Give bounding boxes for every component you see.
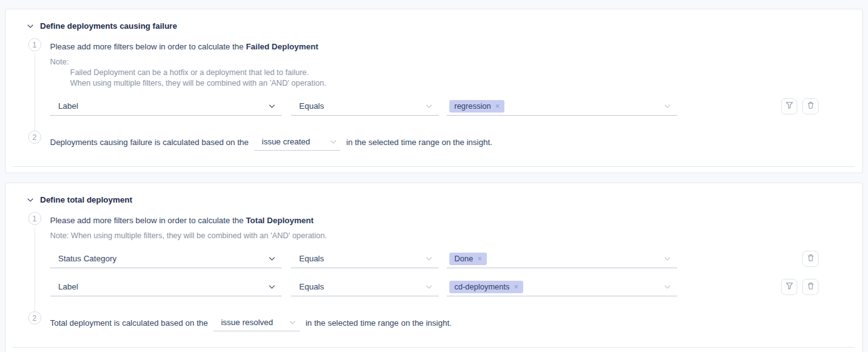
- value-chip: regression ×: [449, 100, 504, 113]
- step-connector-line: [34, 228, 35, 311]
- panel-title: Define total deployment: [40, 195, 132, 204]
- panel-title: Define deployments causing failure: [40, 21, 177, 31]
- note-line: Note: When using multiple filters, they …: [50, 231, 840, 241]
- event-type-select-value: issue created: [262, 137, 310, 146]
- filter-options-button[interactable]: [781, 279, 797, 295]
- event-type-select[interactable]: issue resolved: [213, 318, 300, 331]
- step-1: 1 Please add more filters below in order…: [28, 38, 840, 131]
- value-chip: cd-deployments ×: [449, 281, 523, 293]
- event-type-select-value: issue resolved: [221, 318, 273, 327]
- total-deployment-panel: Define total deployment 1 Please add mor…: [5, 183, 863, 352]
- chevron-down-icon: [268, 256, 275, 261]
- calculation-sentence: Deployments causing failure is calculate…: [50, 131, 840, 147]
- chevron-down-icon: [268, 104, 275, 109]
- delete-filter-button[interactable]: [802, 98, 819, 114]
- filter-row: Label Equals: [50, 278, 819, 296]
- operator-select[interactable]: Equals: [291, 249, 439, 268]
- step-instruction: Please add more filters below in order t…: [50, 38, 840, 53]
- values-select[interactable]: regression ×: [447, 97, 677, 116]
- chevron-down-icon: [268, 284, 275, 289]
- note-line: Failed Deployment can be a hotfix or a d…: [50, 68, 840, 78]
- step-number-badge: 1: [28, 38, 41, 51]
- value-chip-label: regression: [454, 102, 491, 111]
- value-chip-label: cd-deployments: [454, 283, 509, 291]
- filter-row: Label Equals: [50, 97, 819, 116]
- value-chip-label: Done: [454, 254, 473, 263]
- remove-value-icon[interactable]: ×: [514, 283, 518, 291]
- panel-header: Define total deployment: [6, 183, 862, 204]
- values-select[interactable]: cd-deployments ×: [447, 278, 677, 296]
- calculation-sentence: Total deployment is calculated based on …: [50, 311, 840, 328]
- filter-options-button[interactable]: [781, 98, 797, 114]
- delete-filter-button[interactable]: [802, 279, 819, 295]
- chevron-down-icon: [426, 284, 432, 289]
- remove-value-icon[interactable]: ×: [495, 102, 499, 111]
- panel-header: Define deployments causing failure: [6, 9, 862, 31]
- chevron-down-icon: [664, 256, 671, 261]
- step-1: 1 Please add more filters below in order…: [28, 212, 840, 311]
- operator-select-value: Equals: [299, 101, 324, 111]
- value-chip: Done ×: [449, 253, 487, 265]
- operator-select[interactable]: Equals: [291, 278, 439, 296]
- chevron-down-icon: [289, 320, 296, 325]
- event-type-select[interactable]: issue created: [254, 137, 340, 151]
- remove-value-icon[interactable]: ×: [477, 254, 482, 263]
- chevron-down-icon: [426, 104, 432, 109]
- field-select[interactable]: Label: [50, 97, 282, 116]
- chevron-down-icon: [664, 284, 671, 289]
- note-line: When using multiple filters, they will b…: [50, 78, 840, 89]
- field-select[interactable]: Label: [50, 278, 282, 296]
- failed-deployment-panel: Define deployments causing failure 1 Ple…: [5, 9, 863, 173]
- step-number-badge: 2: [28, 131, 41, 144]
- trash-icon: [807, 282, 815, 292]
- field-select[interactable]: Status Category: [50, 249, 282, 268]
- values-select[interactable]: Done ×: [447, 249, 677, 268]
- chevron-down-icon: [664, 104, 671, 109]
- step-connector-line: [34, 54, 35, 131]
- operator-select-value: Equals: [299, 282, 324, 291]
- step-number-badge: 2: [28, 311, 41, 324]
- field-select-value: Label: [58, 101, 78, 111]
- step-instruction: Please add more filters below in order t…: [50, 212, 840, 227]
- chevron-down-icon[interactable]: [27, 198, 34, 203]
- step-2: 2 Deployments causing failure is calcula…: [28, 131, 840, 147]
- chevron-down-icon[interactable]: [27, 24, 34, 29]
- delete-filter-button[interactable]: [802, 251, 819, 267]
- funnel-icon: [785, 101, 794, 111]
- field-select-value: Label: [58, 282, 78, 291]
- filter-row: Status Category Equals: [50, 249, 819, 268]
- trash-icon: [807, 101, 815, 111]
- chevron-down-icon: [330, 139, 337, 144]
- step-number-badge: 1: [28, 212, 41, 225]
- funnel-icon: [785, 282, 794, 292]
- note-label: Note:: [50, 57, 840, 68]
- step-2: 2 Total deployment is calculated based o…: [28, 311, 840, 328]
- operator-select[interactable]: Equals: [291, 97, 439, 116]
- operator-select-value: Equals: [299, 254, 324, 263]
- field-select-value: Status Category: [58, 254, 116, 263]
- trash-icon: [807, 254, 815, 264]
- chevron-down-icon: [426, 256, 432, 261]
